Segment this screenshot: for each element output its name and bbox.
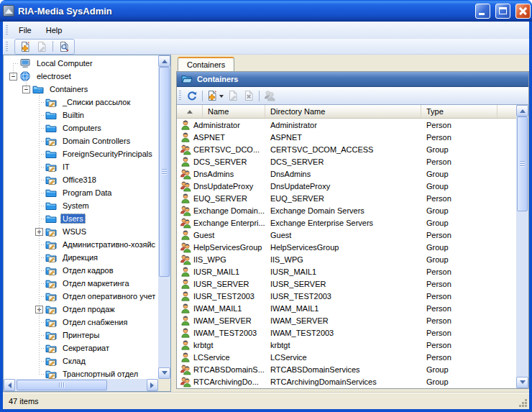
scroll-right-button[interactable]: [147, 379, 158, 391]
tree-item[interactable]: Административно-хозяйс: [4, 238, 158, 251]
close-button[interactable]: [515, 4, 531, 19]
tree-item[interactable]: Local Computer: [4, 57, 158, 70]
tree-item-label: _Списки рассылок: [60, 97, 132, 107]
tree-item[interactable]: Domain Controllers: [4, 134, 158, 147]
list-row[interactable]: CERTSVC_DCO...CERTSVC_DCOM_ACCESSGroup: [177, 143, 516, 155]
list-rows: AdministratorAdministratorPersonASPNETAS…: [177, 119, 516, 388]
add-item-button[interactable]: [205, 89, 225, 102]
list-row[interactable]: DnsUpdateProxyDnsUpdateProxyGroup: [177, 180, 516, 192]
tree-item[interactable]: Отдел снабжения: [4, 316, 158, 329]
scroll-left-button[interactable]: [4, 379, 15, 391]
panel-toolbar-drag-handle-icon[interactable]: [179, 91, 181, 101]
toolbar-drag-handle-icon[interactable]: [6, 42, 8, 52]
tab-containers[interactable]: Containers: [178, 57, 234, 71]
new-item-button[interactable]: [17, 40, 33, 53]
tree-item[interactable]: _Списки рассылок: [4, 96, 158, 109]
tree-item[interactable]: Принтеры: [4, 329, 158, 342]
tree-item[interactable]: Склад: [4, 354, 158, 367]
tree-guide-stub: [39, 186, 45, 199]
menu-item-help[interactable]: Help: [40, 24, 69, 37]
tree-item[interactable]: −Containers: [4, 83, 158, 96]
cell-name: DCS_SERVER: [177, 156, 265, 168]
column-header-type[interactable]: Type: [421, 105, 497, 118]
panel-splitter[interactable]: [171, 55, 176, 392]
column-header-name[interactable]: Name: [203, 105, 265, 118]
tree-item[interactable]: −electroset: [4, 70, 158, 83]
tree-item-label: Domain Controllers: [60, 136, 132, 146]
tree-item[interactable]: Дирекция: [4, 251, 158, 264]
tree-item-label: electroset: [35, 71, 73, 81]
cell-directory-name: DnsUpdateProxy: [265, 182, 421, 191]
list-row[interactable]: AdministratorAdministratorPerson: [177, 119, 516, 131]
cell-type: Group: [421, 145, 497, 154]
tree-item[interactable]: Транспортный отдел: [4, 367, 158, 379]
tree-item[interactable]: +WSUS: [4, 225, 158, 238]
list-row[interactable]: RTCABSDomainS...RTCABSDomainServicesGrou…: [177, 363, 516, 375]
scroll-down-button[interactable]: [516, 377, 528, 388]
tree-item[interactable]: Секретариат: [4, 342, 158, 354]
object-name: IWAM_TEST2003: [193, 329, 257, 337]
list-row[interactable]: DCS_SERVERDCS_SERVERPerson: [177, 155, 516, 168]
tree-item[interactable]: IT: [4, 160, 158, 173]
folder-edit-icon: [45, 226, 57, 237]
list-row[interactable]: EUQ_SERVEREUQ_SERVERPerson: [177, 192, 516, 204]
menu-drag-handle-icon[interactable]: [6, 25, 8, 35]
scroll-down-button[interactable]: [158, 367, 170, 379]
column-header-directory-name[interactable]: Directory Name: [265, 105, 421, 118]
scrollbar-track[interactable]: [516, 116, 528, 377]
list-row[interactable]: krbtgtkrbtgtPerson: [177, 339, 516, 351]
scrollbar-thumb[interactable]: [159, 67, 170, 277]
tree-item[interactable]: Builtin: [4, 109, 158, 122]
tree-item[interactable]: +Отдел продаж: [4, 303, 158, 316]
list-row[interactable]: Exchange Enterpri...Exchange Enterprise …: [177, 216, 516, 229]
tree-guide-stub: [39, 173, 45, 186]
tree-item[interactable]: ForeignSecurityPrincipals: [4, 147, 158, 160]
list-row[interactable]: IWAM_SERVERIWAM_SERVERPerson: [177, 314, 516, 326]
detail-area: Containers Containers Name Directory Nam…: [176, 55, 529, 392]
scrollbar-track[interactable]: [15, 379, 147, 391]
list-row[interactable]: GuestGuestPerson: [177, 229, 516, 241]
list-row[interactable]: IWAM_TEST2003IWAM_TEST2003Person: [177, 326, 516, 339]
list-row[interactable]: DnsAdminsDnsAdminsGroup: [177, 168, 516, 180]
refresh-button[interactable]: [184, 89, 200, 102]
tree-item-selected[interactable]: Users: [4, 212, 158, 225]
tree-item[interactable]: Computers: [4, 122, 158, 134]
containers-panel: Containers Name Directory Name Type Admi…: [176, 71, 529, 389]
list-row[interactable]: IWAM_MAIL1IWAM_MAIL1Person: [177, 302, 516, 314]
minimize-button[interactable]: [475, 4, 490, 19]
list-row[interactable]: IUSR_SERVERIUSR_SERVERPerson: [177, 278, 516, 290]
scroll-up-button[interactable]: [158, 55, 170, 67]
tree-item[interactable]: Program Data: [4, 186, 158, 199]
scroll-up-button[interactable]: [516, 105, 528, 116]
scrollbar-track[interactable]: [158, 67, 170, 367]
list-row[interactable]: RTCArchivingDo...RTCArchivingDomainServi…: [177, 375, 516, 388]
menu-item-file[interactable]: File: [12, 24, 38, 37]
close-icon: [516, 4, 530, 18]
tree-item[interactable]: Отдел маркетинга: [4, 277, 158, 290]
list-row[interactable]: Exchange Domain...Exchange Domain Server…: [177, 204, 516, 216]
list-row[interactable]: ASPNETASPNETPerson: [177, 131, 516, 143]
tree-item[interactable]: Отдел кадров: [4, 264, 158, 277]
tree-item[interactable]: System: [4, 199, 158, 212]
list-row[interactable]: HelpServicesGroupHelpServicesGroupGroup: [177, 241, 516, 253]
tree-item[interactable]: Office318: [4, 173, 158, 186]
cell-type: Person: [421, 316, 497, 325]
maximize-button[interactable]: [495, 4, 510, 19]
list-row[interactable]: LCServiceLCServicePerson: [177, 351, 516, 363]
search-button[interactable]: [56, 40, 72, 53]
tree-vertical-scrollbar: [158, 55, 170, 379]
list-row[interactable]: IUSR_MAIL1IUSR_MAIL1Person: [177, 265, 516, 278]
scrollbar-thumb[interactable]: [17, 380, 107, 390]
cell-type: Person: [421, 121, 497, 129]
folder-edit-icon: [45, 265, 57, 276]
tree-item[interactable]: Отдел оперативного учет: [4, 290, 158, 303]
tree-guide-stub: [39, 290, 45, 303]
resize-grip[interactable]: [525, 405, 527, 407]
computer-icon: [19, 58, 31, 69]
list-row[interactable]: IUSR_TEST2003IUSR_TEST2003Person: [177, 290, 516, 302]
cell-name: IWAM_MAIL1: [177, 303, 265, 314]
folder-edit-icon: [45, 303, 57, 315]
column-header-sort[interactable]: [177, 105, 203, 118]
scrollbar-thumb[interactable]: [517, 116, 528, 211]
list-row[interactable]: IIS_WPGIIS_WPGGroup: [177, 253, 516, 265]
